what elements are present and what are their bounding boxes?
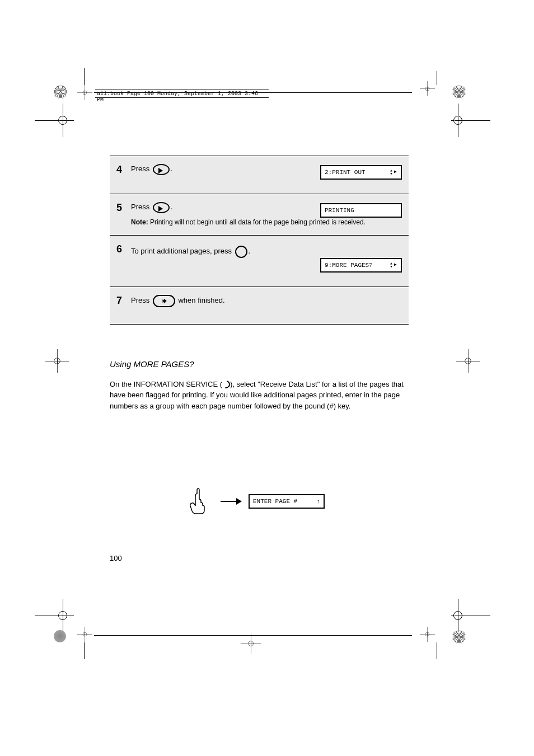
display-readout: ENTER PAGE # ↑ — [249, 494, 325, 509]
keypad-illustration: ENTER PAGE # ↑ — [187, 487, 325, 516]
stop-button-icon — [153, 295, 175, 307]
display-readout: 2:PRINT OUT ▴▾▸ — [320, 165, 402, 180]
play-button-icon — [153, 164, 170, 175]
play-button-icon — [153, 202, 170, 213]
step-text: To print additional pages, press . — [131, 243, 288, 258]
step-text: Press when finished. — [131, 295, 402, 307]
step-4: 4 Press . 2:PRINT OUT ▴▾▸ — [110, 156, 409, 194]
step-number: 6 — [116, 243, 131, 255]
display-readout: 9:MORE PAGES? ▴▾▸ — [320, 258, 402, 273]
display-readout: PRINTING — [320, 203, 402, 218]
step-number: 4 — [116, 164, 131, 176]
step-6: 6 To print additional pages, press . 9:M… — [110, 235, 409, 287]
header-filename: all.book Page 100 Monday, September 1, 2… — [95, 90, 269, 98]
step-number: 7 — [116, 295, 131, 307]
more-pages-section: Using MORE PAGES? On the INFORMATION SER… — [110, 358, 409, 411]
page-number: 100 — [110, 554, 122, 562]
step-number: 5 — [116, 202, 131, 214]
arrow-right-icon — [221, 501, 237, 502]
body-paragraph: On the INFORMATION SERVICE (), select "R… — [110, 379, 409, 412]
step-5: 5 Press . Note: Printing will not begin … — [110, 194, 409, 235]
section-heading: Using MORE PAGES? — [110, 358, 409, 371]
pointing-hand-icon — [187, 487, 209, 516]
circle-button-icon — [235, 246, 247, 258]
steps-panel: 4 Press . 2:PRINT OUT ▴▾▸ 5 Press . Note… — [110, 156, 409, 325]
step-7: 7 Press when finished. — [110, 287, 409, 325]
